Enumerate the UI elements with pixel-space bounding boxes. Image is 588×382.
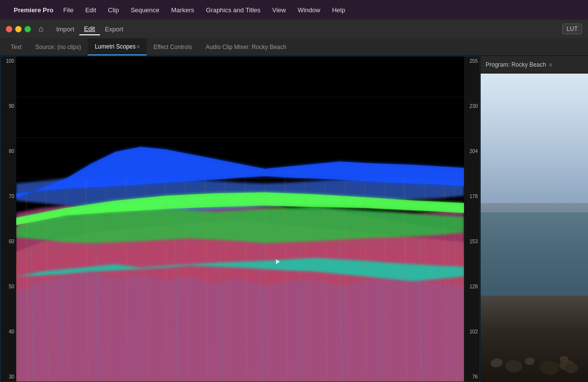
tab-effect-controls[interactable]: Effect Controls — [147, 38, 198, 55]
tab-source[interactable]: Source: (no clips) — [28, 38, 88, 55]
scale-right-102: 102 — [466, 329, 478, 334]
program-settings-icon[interactable]: ≡ — [549, 62, 552, 68]
scale-right-76: 76 — [466, 374, 478, 380]
export-nav-button[interactable]: Export — [100, 24, 128, 35]
scopes-panel: 100 90 80 70 60 50 40 30 255 230 204 178… — [0, 56, 480, 382]
tab-audio-clip-mixer[interactable]: Audio Clip Mixer: Rocky Beach — [199, 38, 294, 55]
tab-bar: Text Source: (no clips) Lumetri Scopes ≡… — [0, 38, 588, 56]
title-bar: Premiere Pro File Edit Clip Sequence Mar… — [0, 0, 588, 20]
menu-view[interactable]: View — [270, 5, 288, 15]
scale-left-90: 90 — [2, 103, 14, 109]
scale-right-204: 204 — [466, 149, 478, 154]
scale-left-50: 50 — [2, 284, 14, 289]
menu-help[interactable]: Help — [330, 5, 347, 15]
scale-left: 100 90 80 70 60 50 40 30 — [0, 56, 16, 382]
scale-right-230: 230 — [466, 103, 478, 109]
edit-nav-button[interactable]: Edit — [79, 23, 100, 35]
scale-left-80: 80 — [2, 149, 14, 154]
import-nav-button[interactable]: Import — [51, 24, 79, 35]
scale-right: 255 230 204 178 153 128 102 76 — [464, 56, 480, 382]
tab-text[interactable]: Text — [4, 38, 28, 55]
menu-file[interactable]: File — [61, 5, 75, 15]
program-monitor-panel: Program: Rocky Beach ≡ — [480, 56, 588, 382]
beach-preview-image — [481, 74, 588, 382]
scale-right-153: 153 — [466, 239, 478, 244]
window-close-button[interactable] — [6, 26, 12, 32]
menu-window[interactable]: Window — [295, 5, 322, 15]
menu-markers[interactable]: Markers — [169, 5, 196, 15]
scale-right-128: 128 — [466, 284, 478, 289]
menu-graphics-titles[interactable]: Graphics and Titles — [204, 5, 262, 15]
scale-left-70: 70 — [2, 194, 14, 199]
beach-rocks — [481, 296, 588, 382]
lumetri-settings-icon[interactable]: ≡ — [137, 44, 140, 50]
program-preview — [481, 74, 588, 382]
scale-left-100: 100 — [2, 58, 14, 64]
beach-sky — [481, 74, 588, 212]
scale-right-178: 178 — [466, 194, 478, 199]
program-monitor-title: Program: Rocky Beach — [486, 61, 546, 68]
scale-left-40: 40 — [2, 329, 14, 334]
scale-left-60: 60 — [2, 239, 14, 244]
menu-sequence[interactable]: Sequence — [129, 5, 162, 15]
lut-button[interactable]: LUT — [562, 24, 582, 34]
beach-water — [481, 212, 588, 305]
toolbar: ⌂ Import Edit Export LUT — [0, 20, 588, 38]
window-controls — [6, 26, 31, 32]
scale-right-255: 255 — [466, 58, 478, 64]
main-content: 100 90 80 70 60 50 40 30 255 230 204 178… — [0, 56, 588, 382]
menu-edit[interactable]: Edit — [83, 5, 98, 15]
waveform-display — [16, 56, 464, 382]
scopes-canvas: 100 90 80 70 60 50 40 30 255 230 204 178… — [0, 56, 480, 382]
tab-lumetri-scopes[interactable]: Lumetri Scopes ≡ — [88, 38, 147, 55]
app-name: Premiere Pro — [14, 6, 53, 14]
menu-clip[interactable]: Clip — [106, 5, 121, 15]
program-monitor-header: Program: Rocky Beach ≡ — [481, 56, 588, 74]
window-minimize-button[interactable] — [15, 26, 22, 32]
window-maximize-button[interactable] — [24, 26, 31, 32]
home-button[interactable]: ⌂ — [39, 25, 44, 33]
scale-left-30: 30 — [2, 374, 14, 380]
